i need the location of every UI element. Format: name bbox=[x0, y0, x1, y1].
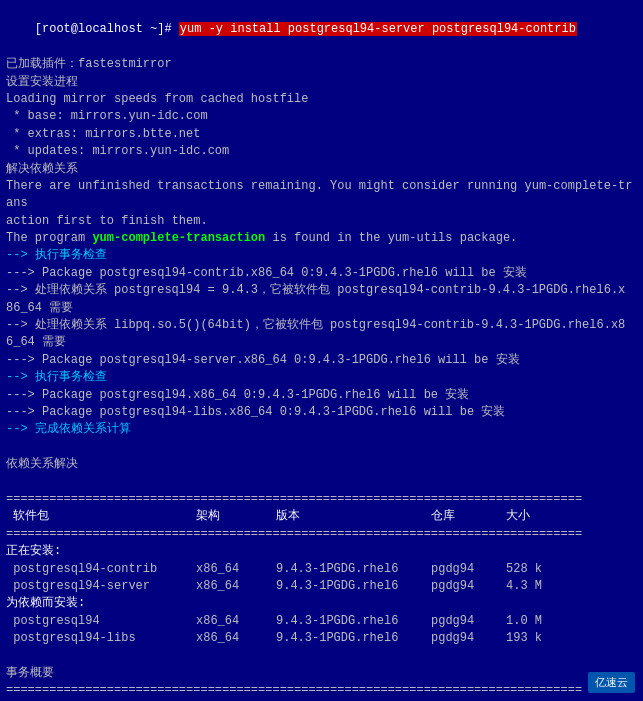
separator-line: ========================================… bbox=[6, 526, 637, 543]
watermark: 亿速云 bbox=[588, 672, 635, 693]
output-line: --> 处理依赖关系 postgresql94 = 9.4.3，它被软件包 po… bbox=[6, 282, 637, 299]
output-line: 已加载插件：fastestmirror bbox=[6, 56, 637, 73]
pkg-arch: x86_64 bbox=[196, 613, 276, 630]
pkg-name: postgresql94-libs bbox=[6, 630, 196, 647]
output-line: ---> Package postgresql94.x86_64 0:9.4.3… bbox=[6, 387, 637, 404]
command-line: [root@localhost ~]# yum -y install postg… bbox=[6, 4, 637, 56]
pkg-size: 193 k bbox=[506, 630, 566, 647]
pkg-version: 9.4.3-1PGDG.rhel6 bbox=[276, 613, 431, 630]
pkg-version: 9.4.3-1PGDG.rhel6 bbox=[276, 561, 431, 578]
col-size: 大小 bbox=[506, 508, 566, 525]
output-line: --> 完成依赖关系计算 bbox=[6, 421, 637, 438]
terminal-window: [root@localhost ~]# yum -y install postg… bbox=[0, 0, 643, 701]
output-line: Loading mirror speeds from cached hostfi… bbox=[6, 91, 637, 108]
pkg-arch: x86_64 bbox=[196, 578, 276, 595]
bold-text: yum-complete-transaction bbox=[92, 231, 265, 245]
separator-line: ========================================… bbox=[6, 491, 637, 508]
pkg-arch: x86_64 bbox=[196, 630, 276, 647]
prompt-text: [root@localhost ~]# bbox=[35, 22, 179, 36]
pkg-version: 9.4.3-1PGDG.rhel6 bbox=[276, 630, 431, 647]
pkg-repo: pgdg94 bbox=[431, 630, 506, 647]
blank-line bbox=[6, 439, 637, 456]
col-version: 版本 bbox=[276, 508, 431, 525]
section-label: 事务概要 bbox=[6, 665, 637, 682]
output-line: ---> Package postgresql94-contrib.x86_64… bbox=[6, 265, 637, 282]
output-line: The program yum-complete-transaction is … bbox=[6, 230, 637, 247]
table-row: postgresql94-contrib x86_64 9.4.3-1PGDG.… bbox=[6, 561, 637, 578]
col-arch: 架构 bbox=[196, 508, 276, 525]
output-line: --> 执行事务检查 bbox=[6, 369, 637, 386]
table-row: postgresql94-libs x86_64 9.4.3-1PGDG.rhe… bbox=[6, 630, 637, 647]
pkg-arch: x86_64 bbox=[196, 561, 276, 578]
installing-label: 正在安装: bbox=[6, 543, 637, 560]
col-package: 软件包 bbox=[6, 508, 196, 525]
pkg-repo: pgdg94 bbox=[431, 578, 506, 595]
pkg-repo: pgdg94 bbox=[431, 613, 506, 630]
separator-line: ========================================… bbox=[6, 682, 637, 699]
output-line: ---> Package postgresql94-libs.x86_64 0:… bbox=[6, 404, 637, 421]
dep-install-label: 为依赖而安装: bbox=[6, 595, 637, 612]
pkg-name: postgresql94-server bbox=[6, 578, 196, 595]
output-line: * base: mirrors.yun-idc.com bbox=[6, 108, 637, 125]
output-line: 6_64 需要 bbox=[6, 334, 637, 351]
output-line: 解决依赖关系 bbox=[6, 161, 637, 178]
output-line: ---> Package postgresql94-server.x86_64 … bbox=[6, 352, 637, 369]
pkg-repo: pgdg94 bbox=[431, 561, 506, 578]
output-line: 86_64 需要 bbox=[6, 300, 637, 317]
blank-line bbox=[6, 474, 637, 491]
output-line: * updates: mirrors.yun-idc.com bbox=[6, 143, 637, 160]
output-line: action first to finish them. bbox=[6, 213, 637, 230]
output-line: 依赖关系解决 bbox=[6, 456, 637, 473]
col-repo: 仓库 bbox=[431, 508, 506, 525]
pkg-name: postgresql94-contrib bbox=[6, 561, 196, 578]
table-row: postgresql94-server x86_64 9.4.3-1PGDG.r… bbox=[6, 578, 637, 595]
table-header-row: 软件包 架构 版本 仓库 大小 bbox=[6, 508, 637, 525]
pkg-size: 1.0 M bbox=[506, 613, 566, 630]
blank-line bbox=[6, 647, 637, 664]
output-line: --> 执行事务检查 bbox=[6, 247, 637, 264]
table-row: postgresql94 x86_64 9.4.3-1PGDG.rhel6 pg… bbox=[6, 613, 637, 630]
pkg-size: 4.3 M bbox=[506, 578, 566, 595]
output-line: There are unfinished transactions remain… bbox=[6, 178, 637, 213]
output-line: 设置安装进程 bbox=[6, 74, 637, 91]
pkg-name: postgresql94 bbox=[6, 613, 196, 630]
pkg-version: 9.4.3-1PGDG.rhel6 bbox=[276, 578, 431, 595]
pkg-size: 528 k bbox=[506, 561, 566, 578]
command-text: yum -y install postgresql94-server postg… bbox=[179, 22, 577, 36]
output-line: --> 处理依赖关系 libpq.so.5()(64bit)，它被软件包 pos… bbox=[6, 317, 637, 334]
output-line: * extras: mirrors.btte.net bbox=[6, 126, 637, 143]
